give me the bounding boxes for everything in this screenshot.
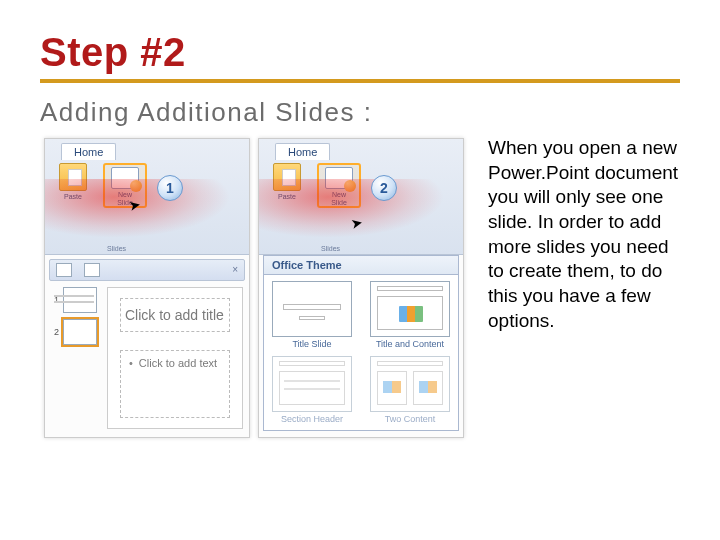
layout-thumb-icon [370, 356, 450, 412]
paste-button[interactable]: Paste [51, 163, 95, 200]
cursor-icon: ➤ [349, 214, 364, 232]
layout-title-and-content[interactable]: Title and Content [370, 281, 450, 350]
description-text: When you open a new Power.Point document… [488, 134, 680, 334]
layout-thumb-icon [272, 281, 352, 337]
panel-band: × [49, 259, 245, 281]
title-placeholder[interactable]: Click to add title [120, 298, 230, 332]
slide-editor: Click to add title Click to add text [107, 287, 243, 429]
ribbon: Home Paste New Slide Slides 1 ➤ [45, 139, 249, 255]
layout-label: Title and Content [370, 340, 450, 350]
new-slide-icon [111, 167, 139, 189]
new-slide-label: New Slide [319, 191, 359, 206]
layout-thumb-icon [370, 281, 450, 337]
callout-badge-2: 2 [371, 175, 397, 201]
clipboard-icon [59, 163, 87, 191]
thumbnail-preview [63, 319, 97, 345]
screenshot-1: Home Paste New Slide Slides 1 ➤ [44, 138, 250, 438]
layout-thumb-icon [272, 356, 352, 412]
slides-tab-icon[interactable] [84, 263, 100, 277]
body-bullet: Click to add text [129, 357, 221, 369]
new-slide-dropdown[interactable]: New Slide [317, 163, 361, 208]
page-title: Step #2 [40, 30, 680, 75]
thumbnail-2[interactable]: 2 [49, 319, 99, 345]
clipboard-icon [273, 163, 301, 191]
screenshot-2: Home Paste New Slide Slides 2 ➤ Offic [258, 138, 464, 438]
paste-label: Paste [51, 193, 95, 200]
body-placeholder[interactable]: Click to add text [120, 350, 230, 418]
slide-container: Step #2 Adding Additional Slides : Home … [0, 0, 720, 442]
paste-button[interactable]: Paste [265, 163, 309, 200]
outline-tab-icon[interactable] [56, 263, 72, 277]
thumbnail-preview [63, 287, 97, 313]
group-slides-label: Slides [321, 245, 340, 252]
layout-label: Title Slide [272, 340, 352, 350]
tab-home[interactable]: Home [61, 143, 116, 160]
layout-label: Section Header [272, 415, 352, 425]
gallery-row: Title Slide Title and Content [264, 275, 458, 350]
layout-section-header[interactable]: Section Header [272, 356, 352, 425]
layout-two-content[interactable]: Two Content [370, 356, 450, 425]
callout-badge-1: 1 [157, 175, 183, 201]
gallery-header: Office Theme [264, 256, 458, 275]
group-slides-label: Slides [107, 245, 126, 252]
thumbnail-number: 2 [49, 327, 59, 337]
title-rule: Step #2 [40, 30, 680, 83]
layout-gallery: Office Theme Title Slide Title and Conte… [263, 255, 459, 431]
page-subtitle: Adding Additional Slides : [40, 97, 680, 128]
gallery-row: Section Header Two Content [264, 350, 458, 425]
thumbnail-1[interactable]: 1 [49, 287, 99, 313]
new-slide-icon [325, 167, 353, 189]
content-row: Home Paste New Slide Slides 1 ➤ [40, 134, 680, 442]
layout-label: Two Content [370, 415, 450, 425]
close-panel-icon[interactable]: × [232, 264, 238, 275]
paste-label: Paste [265, 193, 309, 200]
ribbon: Home Paste New Slide Slides 2 ➤ [259, 139, 463, 255]
thumbnail-strip: 1 2 [49, 287, 99, 351]
layout-title-slide[interactable]: Title Slide [272, 281, 352, 350]
tab-home[interactable]: Home [275, 143, 330, 160]
screenshots-pair: Home Paste New Slide Slides 1 ➤ [40, 134, 468, 442]
